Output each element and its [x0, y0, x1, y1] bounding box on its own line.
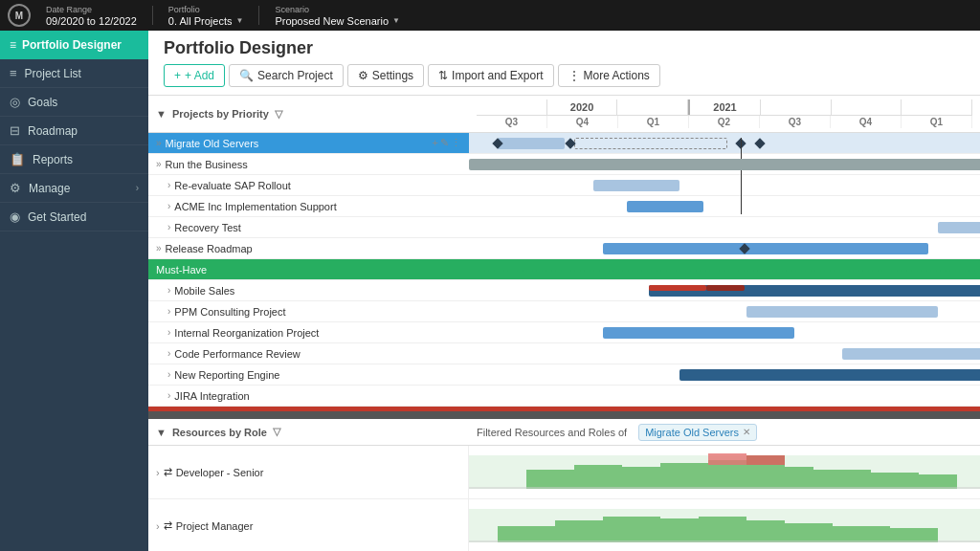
- year-2021-q4: [832, 99, 902, 115]
- project-name: JIRA Integration: [174, 390, 249, 402]
- expand-icon[interactable]: »: [156, 243, 162, 253]
- project-name: New Reporting Engine: [174, 369, 279, 381]
- sidebar-item-get-started[interactable]: ◉ Get Started: [0, 203, 148, 231]
- more-row-icon[interactable]: ⋮: [451, 137, 461, 149]
- settings-button[interactable]: ⚙ Settings: [347, 64, 424, 87]
- portfolio-chevron: ▼: [235, 16, 243, 25]
- project-row[interactable]: › Mobile Sales: [148, 280, 980, 301]
- resources-filter-icon[interactable]: ▽: [273, 426, 280, 438]
- resource-name: Project Manager: [176, 520, 254, 532]
- year-2020-label: 2020: [547, 99, 618, 115]
- project-name-col: » Run the Business: [148, 159, 469, 170]
- quarter-row: Q3 Q4 Q1 Q2 Q3 Q4 Q1: [477, 116, 972, 128]
- project-name-col: Must-Have: [148, 264, 469, 276]
- scenario-value[interactable]: Proposed New Scenario ▼: [275, 15, 400, 27]
- svg-rect-17: [603, 517, 660, 542]
- svg-rect-1: [526, 470, 574, 489]
- project-row[interactable]: › JIRA Integration: [148, 386, 980, 407]
- project-row[interactable]: › Code Performance Review: [148, 343, 980, 364]
- sidebar-item-manage[interactable]: ⚙ Manage ›: [0, 174, 148, 203]
- filter-close-button[interactable]: ✕: [743, 427, 750, 437]
- import-export-icon: ⇅: [438, 69, 448, 82]
- gantt-bar: [938, 222, 980, 233]
- sidebar-item-goals[interactable]: ◎ Goals: [0, 88, 148, 117]
- resources-header: ▼ Resources by Role ▽ Filtered Resources…: [148, 419, 980, 446]
- expand-icon[interactable]: »: [156, 138, 162, 148]
- project-name: Run the Business: [166, 159, 248, 170]
- gantt-bar: [627, 201, 703, 212]
- settings-label: Settings: [372, 69, 413, 82]
- projects-section-header: ▼ Projects by Priority ▽ 2020 2021: [148, 96, 980, 133]
- date-range-label: Date Range: [46, 5, 137, 14]
- project-name-col: » Migrate Old Servers + ✎ ⋮: [148, 137, 469, 149]
- project-row[interactable]: › New Reporting Engine: [148, 364, 980, 386]
- projects-header-label: Projects by Priority: [172, 108, 269, 120]
- top-bar: M Date Range 09/2020 to 12/2022 Portfoli…: [0, 0, 980, 31]
- project-row[interactable]: › ACME Inc Implementation Support: [148, 196, 980, 217]
- sidebar-item-project-list[interactable]: ≡ Project List: [0, 59, 148, 88]
- svg-rect-3: [622, 467, 660, 489]
- date-range-section: Date Range 09/2020 to 12/2022: [46, 5, 137, 27]
- expand-icon[interactable]: ›: [167, 369, 170, 380]
- app-logo: M: [8, 4, 31, 27]
- project-row-must-have[interactable]: Must-Have: [148, 259, 980, 280]
- project-row[interactable]: › Recovery Test: [148, 217, 980, 238]
- scenario-chevron: ▼: [392, 16, 400, 25]
- project-filter-icon[interactable]: ▽: [275, 108, 282, 121]
- resource-expand-icon[interactable]: ›: [156, 520, 160, 532]
- resource-expand-icon[interactable]: ›: [156, 467, 160, 478]
- project-gantt-col: [469, 217, 980, 237]
- filter-label: Filtered Resources and Roles of: [477, 427, 627, 438]
- more-actions-button[interactable]: ⋮ More Actions: [558, 64, 660, 87]
- add-icon: +: [174, 69, 181, 82]
- sidebar-item-reports[interactable]: 📋 Reports: [0, 145, 148, 174]
- project-name-col: › ACME Inc Implementation Support: [148, 201, 469, 212]
- collapse-icon[interactable]: ▼: [156, 108, 167, 120]
- project-row[interactable]: › Internal Reorganization Project: [148, 322, 980, 343]
- resources-collapse-icon[interactable]: ▼: [156, 427, 167, 438]
- expand-icon[interactable]: ›: [167, 201, 170, 211]
- project-row[interactable]: › Re-evaluate SAP Rollout: [148, 175, 980, 196]
- project-row[interactable]: » Release Roadmap: [148, 238, 980, 259]
- project-row[interactable]: » Migrate Old Servers + ✎ ⋮: [148, 133, 980, 154]
- project-row[interactable]: › PPM Consulting Project: [148, 301, 980, 322]
- resource-chart-svg-pm: [469, 499, 980, 551]
- svg-rect-19: [699, 517, 746, 542]
- portfolio-label: Portfolio: [168, 5, 244, 14]
- resource-row[interactable]: › ⇄ Developer - Senior: [148, 446, 980, 499]
- project-row[interactable]: » Run the Business: [148, 154, 980, 175]
- project-name-col: › Internal Reorganization Project: [148, 327, 469, 339]
- expand-icon[interactable]: ›: [167, 306, 170, 317]
- sidebar-item-label: Roadmap: [28, 124, 78, 138]
- expand-icon[interactable]: ›: [167, 327, 170, 338]
- project-name: Re-evaluate SAP Rollout: [174, 180, 290, 191]
- date-range-value[interactable]: 09/2020 to 12/2022: [46, 15, 137, 27]
- project-name: PPM Consulting Project: [174, 306, 285, 318]
- resources-filter-bar: Filtered Resources and Roles of Migrate …: [477, 424, 757, 441]
- resources-section: ▼ Resources by Role ▽ Filtered Resources…: [148, 419, 980, 551]
- project-rows: » Migrate Old Servers + ✎ ⋮: [148, 133, 980, 411]
- project-name-col: › New Reporting Engine: [148, 369, 469, 381]
- expand-icon[interactable]: ›: [167, 180, 170, 190]
- add-button[interactable]: + + Add: [164, 64, 225, 87]
- expand-icon[interactable]: ›: [167, 285, 170, 296]
- portfolio-value[interactable]: 0. All Projects ▼: [168, 15, 244, 27]
- gantt-bar: [842, 348, 980, 360]
- roadmap-icon: ⊟: [10, 123, 20, 138]
- main-layout: ≡ Portfolio Designer ≡ Project List ◎ Go…: [0, 31, 980, 551]
- resource-row[interactable]: › ⇄ Project Manager: [148, 499, 980, 551]
- expand-icon[interactable]: ›: [167, 390, 170, 401]
- projects-col-header: ▼ Projects by Priority ▽: [156, 108, 477, 121]
- add-row-icon[interactable]: +: [433, 137, 438, 149]
- edit-row-icon[interactable]: ✎: [440, 137, 449, 149]
- expand-icon[interactable]: »: [156, 159, 162, 169]
- year-2020-q3: [477, 99, 547, 115]
- search-project-button[interactable]: 🔍 Search Project: [229, 64, 344, 87]
- sidebar-item-roadmap[interactable]: ⊟ Roadmap: [0, 117, 148, 145]
- import-export-button[interactable]: ⇅ Import and Export: [428, 64, 553, 87]
- project-name-col: › Mobile Sales: [148, 285, 469, 297]
- year-2021-q3: [761, 99, 832, 115]
- expand-icon[interactable]: ›: [167, 348, 170, 359]
- project-name-col: › Recovery Test: [148, 222, 469, 233]
- expand-icon[interactable]: ›: [167, 222, 170, 232]
